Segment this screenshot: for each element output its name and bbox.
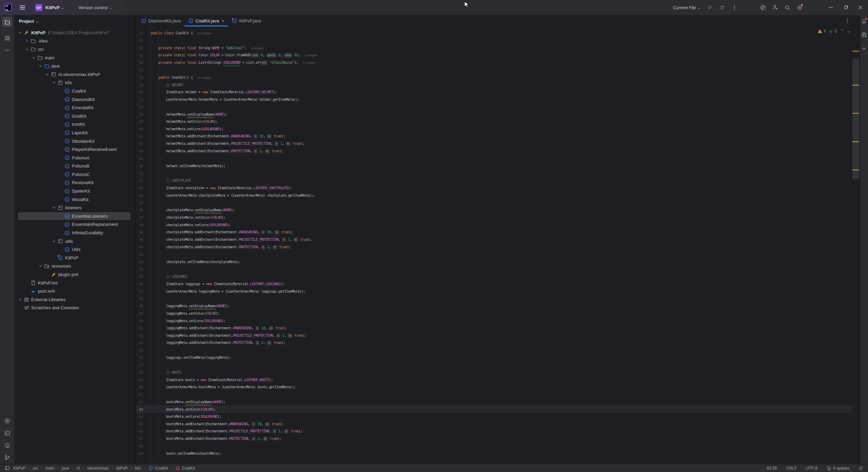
code-line-37[interactable]: 37 chestplateMeta.setColor(COLOR); [136, 214, 852, 221]
chevron-down-icon[interactable] [51, 238, 57, 244]
line-number[interactable]: 22 [136, 105, 151, 109]
breadcrumb-item-CoalKit[interactable]: mCoalKit [175, 466, 195, 471]
code-line-26[interactable]: 26 helmetMeta.addEnchant(Enchantment.UNB… [136, 133, 852, 140]
prev-problem-icon[interactable]: ⌃ [840, 29, 844, 33]
code-line-25[interactable]: 25 helmetMeta.setLore(SOULBOUND); [136, 125, 852, 133]
breadcrumb-item-src[interactable]: src [33, 466, 38, 471]
line-number[interactable]: 60 [136, 385, 151, 389]
code-line-24[interactable]: 24 helmetMeta.setColor(COLOR); [136, 118, 852, 125]
tree-item-LapisKit[interactable]: CLapisKit [14, 129, 135, 137]
chevron-right-icon[interactable] [24, 38, 30, 44]
code-line-15[interactable]: 15 private static final Color COLOR = Co… [136, 52, 852, 59]
tree-item-java[interactable]: java [14, 62, 135, 70]
inspection-widget[interactable]: 7 1 ⌃ ⌃ [817, 28, 850, 34]
line-number[interactable]: 12 [136, 31, 151, 35]
code-line-47[interactable]: 47 LeatherArmorMeta leggingMeta = (Leath… [136, 288, 852, 295]
search-icon[interactable] [783, 3, 792, 12]
code-line-14[interactable]: 14 private static final String NAME = "&… [136, 44, 852, 52]
code-line-33[interactable]: 33 ItemStack chestplate = new ItemStack(… [136, 184, 852, 192]
caret-position[interactable]: 63:35 [767, 466, 777, 471]
code-line-32[interactable]: 32 // CHESTPLATE [136, 177, 852, 184]
tree-item-WoodKit[interactable]: CWoodKit [14, 195, 135, 204]
line-number[interactable]: 64 [136, 415, 151, 418]
line-number[interactable]: 47 [136, 290, 151, 293]
editor-tab-DiamondKit.java[interactable]: CDiamondKit.java [137, 15, 184, 26]
line-number[interactable]: 68 [136, 444, 151, 448]
code-line-49[interactable]: 49 leggingMeta.setDisplayName(NAME); [136, 302, 852, 310]
code-line-42[interactable]: 42 [136, 251, 852, 258]
line-number[interactable]: 37 [136, 216, 151, 219]
code-line-50[interactable]: 50 leggingMeta.setColor(COLOR); [136, 310, 852, 317]
line-number[interactable]: 30 [136, 164, 151, 168]
code-with-me-icon[interactable] [770, 3, 780, 12]
maximize-button[interactable] [838, 0, 853, 15]
code-line-57[interactable]: 57 [136, 361, 852, 369]
tree-item-nl.stevensmax.kitPvP[interactable]: nl.stevensmax.kitPvP [14, 70, 135, 79]
code-line-58[interactable]: 58 // BOOTS [136, 369, 852, 376]
code-editor[interactable]: 12public class CoalKit {no usages1314 pr… [136, 26, 852, 464]
tree-item-RestoneKit[interactable]: CRestoneKit [14, 179, 135, 187]
line-number[interactable]: 52 [136, 326, 151, 330]
tool-window-widget-icon[interactable] [5, 466, 10, 471]
line-number[interactable]: 48 [136, 297, 151, 300]
code-line-52[interactable]: 52 leggingMeta.addEnchant(Enchantment.UN… [136, 324, 852, 332]
line-number[interactable]: 19 [136, 83, 151, 87]
line-number[interactable]: 43 [136, 260, 151, 264]
code-line-56[interactable]: 56 leggings.setItemMeta(leggingMeta); [136, 354, 852, 361]
tree-item-KitPvP[interactable]: KitPvPE:\IntelliJ IDEA Projects\KitPvP [14, 28, 135, 37]
breadcrumb-item-nl[interactable]: nl [77, 466, 80, 471]
project-badge[interactable]: KP [35, 4, 42, 11]
tree-item-IronKit[interactable]: CIronKit [14, 120, 135, 129]
tree-item-InfiniteDurability[interactable]: CInfiniteDurability [14, 229, 135, 237]
code-line-54[interactable]: 54 leggingMeta.addEnchant(Enchantment.PR… [136, 339, 852, 347]
code-line-18[interactable]: 18 public CoalKit() {no usages [136, 74, 852, 81]
line-number[interactable]: 67 [136, 437, 151, 441]
breadcrumb-item-kits[interactable]: kits [135, 466, 141, 471]
line-number[interactable]: 18 [136, 76, 151, 79]
close-window-button[interactable] [853, 0, 868, 15]
line-separator[interactable]: CRLF [786, 466, 797, 471]
code-line-19[interactable]: 19 // HELMET [136, 81, 852, 88]
code-line-35[interactable]: 35 [136, 199, 852, 206]
tree-item-pom.xml[interactable]: mpom.xml [14, 287, 135, 295]
usages-inlay-hint[interactable]: 4 usages [251, 46, 263, 50]
run-tool-window-button[interactable] [2, 416, 12, 426]
code-line-40[interactable]: 40 chestplateMeta.addEnchant(Enchantment… [136, 236, 852, 243]
chevron-down-icon[interactable] [51, 205, 57, 211]
line-number[interactable]: 35 [136, 201, 151, 205]
tab-close-icon[interactable]: × [222, 18, 224, 23]
code-line-31[interactable]: 31 [136, 170, 852, 177]
code-line-22[interactable]: 22 [136, 103, 852, 111]
line-number[interactable]: 20 [136, 90, 151, 94]
tab-options-icon[interactable] [845, 15, 850, 26]
line-number[interactable]: 32 [136, 179, 151, 182]
line-number[interactable]: 14 [136, 46, 151, 50]
tree-item-utils[interactable]: utils [14, 237, 135, 245]
code-line-63[interactable]: 63 bootsMeta.setColor(COLOR); [136, 406, 852, 413]
tree-item-CoalKit[interactable]: CCoalKit [14, 87, 135, 95]
code-line-34[interactable]: 34 LeatherArmorMeta chestplateMeta = (Le… [136, 192, 852, 199]
run-configuration[interactable]: Current File [673, 5, 696, 10]
code-line-48[interactable]: 48 [136, 295, 852, 302]
line-number[interactable]: 69 [136, 452, 151, 455]
line-number[interactable]: 38 [136, 223, 151, 227]
chevron-down-icon[interactable] [24, 46, 30, 52]
run-button[interactable] [705, 3, 715, 12]
structure-tool-window-button[interactable] [2, 33, 12, 43]
chevron-down-icon[interactable] [17, 30, 23, 35]
chevron-right-icon[interactable] [17, 297, 23, 302]
line-number[interactable]: 53 [136, 334, 151, 337]
line-number[interactable]: 34 [136, 194, 151, 197]
line-number[interactable]: 42 [136, 253, 151, 256]
breadcrumb-item-kitPvP[interactable]: kitPvP [116, 466, 127, 471]
line-number[interactable]: 25 [136, 127, 151, 131]
code-line-23[interactable]: 23 helmetMeta.setDisplayName(NAME); [136, 111, 852, 118]
line-number[interactable]: 31 [136, 172, 151, 175]
code-line-61[interactable]: 61 [136, 391, 852, 398]
breadcrumb-item-KitPvP[interactable]: KitPvP [13, 466, 25, 471]
code-line-51[interactable]: 51 leggingMeta.setLore(SOULBOUND); [136, 317, 852, 324]
breadcrumb-item-CoalKit[interactable]: CCoalKit [149, 466, 168, 471]
line-number[interactable]: 57 [136, 363, 151, 367]
settings-icon[interactable] [795, 3, 804, 12]
scrollbar-thumb[interactable] [852, 58, 859, 179]
